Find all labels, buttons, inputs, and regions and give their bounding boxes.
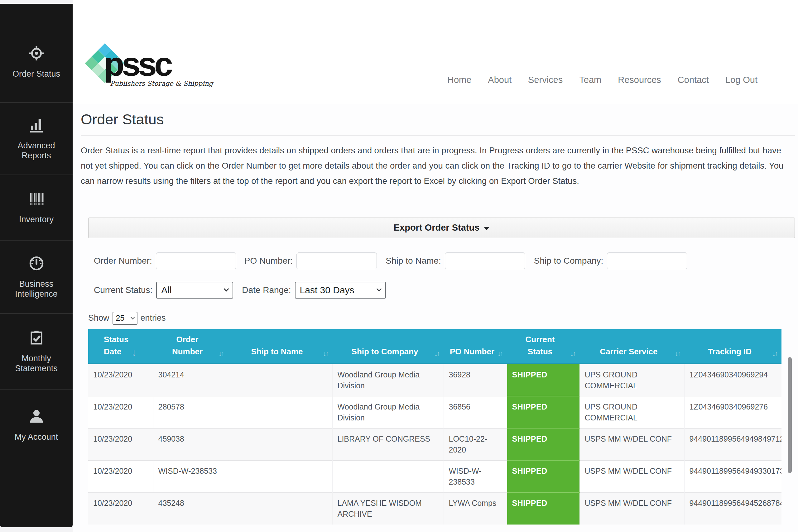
column-header-current-status[interactable]: CurrentStatus↓↑ xyxy=(507,329,580,364)
nav-about[interactable]: About xyxy=(488,75,512,85)
sidebar-item-label: Order Status xyxy=(13,69,60,79)
cell-ship-to-name xyxy=(228,492,332,525)
column-header-status-date[interactable]: StatusDate↓ xyxy=(88,329,153,364)
status-badge: SHIPPED xyxy=(512,499,547,507)
sort-both-icon: ↓↑ xyxy=(772,350,777,358)
cell-carrier-service: USPS MM W/DEL CONF xyxy=(580,428,684,460)
column-header-po-number[interactable]: PO Number↓↑ xyxy=(443,329,507,364)
column-header-order-number[interactable]: OrderNumber↓↑ xyxy=(153,329,228,364)
cell-ship-to-company xyxy=(332,460,443,492)
cell-carrier-service: USPS MM W/DEL CONF xyxy=(580,492,684,525)
cell-order-number[interactable]: WISD-W-238533 xyxy=(153,460,228,492)
date-range-select[interactable]: Last 30 Days xyxy=(295,282,386,299)
sidebar-item-label: MonthlyStatements xyxy=(15,354,58,374)
user-icon xyxy=(28,408,45,425)
sidebar-item-monthly-statements[interactable]: MonthlyStatements xyxy=(0,314,73,390)
sidebar-item-advanced-reports[interactable]: AdvancedReports xyxy=(0,103,73,175)
column-header-ship-to-name[interactable]: Ship to Name↓↑ xyxy=(228,329,332,364)
column-label: Ship to Name xyxy=(232,346,322,358)
nav-log-out[interactable]: Log Out xyxy=(725,75,758,85)
current-status-select[interactable]: All xyxy=(156,282,233,299)
column-header-tracking-id[interactable]: Tracking ID↓↑ xyxy=(684,329,781,364)
cell-po-number: LYWA Comps xyxy=(443,492,507,525)
chevron-down-icon xyxy=(131,316,135,320)
cell-tracking-id[interactable]: 1Z0434690340969276 xyxy=(684,396,781,428)
cell-order-number[interactable]: 280578 xyxy=(153,396,228,428)
cell-tracking-id[interactable]: 9449011899564945268784 xyxy=(684,492,781,525)
ship-to-name-label: Ship to Name: xyxy=(385,256,441,266)
column-label: CurrentStatus xyxy=(511,334,569,358)
cell-po-number: 36928 xyxy=(443,364,507,396)
sidebar-item-business-intelligence[interactable]: BusinessIntelligence xyxy=(0,241,73,314)
cell-current-status: SHIPPED xyxy=(507,492,580,525)
caret-down-icon xyxy=(484,227,489,230)
sort-desc-icon: ↓ xyxy=(132,347,136,358)
title-divider xyxy=(81,135,795,136)
ship-to-name-input[interactable] xyxy=(445,252,525,269)
order-number-label: Order Number: xyxy=(94,256,152,266)
nav-home[interactable]: Home xyxy=(447,75,471,85)
status-badge: SHIPPED xyxy=(512,370,547,379)
content-area: pssc Publishers Storage & Shipping HomeA… xyxy=(73,0,798,532)
ship-to-company-input[interactable] xyxy=(607,252,687,269)
sidebar: Order StatusAdvancedReportsInventoryBusi… xyxy=(0,4,73,527)
table-row: 10/23/2020459038LIBRARY OF CONGRESSLOC10… xyxy=(88,428,781,460)
cell-ship-to-company: LIBRARY OF CONGRESS xyxy=(332,428,443,460)
cell-status-date: 10/23/2020 xyxy=(88,428,153,460)
main: Order Status Order Status is a real-time… xyxy=(73,104,798,525)
cell-carrier-service: UPS GROUND COMMERCIAL xyxy=(580,364,684,396)
column-label: PO Number xyxy=(448,346,496,358)
table-row: 10/23/2020WISD-W-238533WISD-W-238533SHIP… xyxy=(88,460,781,492)
sidebar-item-label: Inventory xyxy=(19,215,54,225)
page-title: Order Status xyxy=(81,111,795,128)
logo-text: pssc xyxy=(104,48,171,81)
cell-po-number: WISD-W-238533 xyxy=(443,460,507,492)
vertical-scrollbar-thumb[interactable] xyxy=(788,357,792,473)
sort-both-icon: ↓↑ xyxy=(434,350,439,358)
ship-to-company-label: Ship to Company: xyxy=(534,256,604,266)
cell-order-number[interactable]: 459038 xyxy=(153,428,228,460)
page-size-select[interactable]: 25 xyxy=(113,312,137,325)
cell-order-number[interactable]: 304214 xyxy=(153,364,228,396)
nav-resources[interactable]: Resources xyxy=(618,75,661,85)
sidebar-item-label: My Account xyxy=(15,432,58,442)
cell-tracking-id[interactable]: 9449011899564949330173 xyxy=(684,460,781,492)
cell-order-number[interactable]: 435248 xyxy=(153,492,228,525)
sort-both-icon: ↓↑ xyxy=(675,350,680,358)
column-header-carrier-service[interactable]: Carrier Service↓↑ xyxy=(580,329,684,364)
entries-label: entries xyxy=(140,313,166,323)
status-badge: SHIPPED xyxy=(512,467,547,475)
sort-both-icon: ↓↑ xyxy=(218,350,224,358)
column-label: OrderNumber xyxy=(157,334,217,358)
cell-tracking-id[interactable]: 1Z0434690340969294 xyxy=(684,364,781,396)
order-number-input[interactable] xyxy=(156,252,236,269)
nav-team[interactable]: Team xyxy=(579,75,601,85)
sidebar-item-order-status[interactable]: Order Status xyxy=(0,4,73,103)
current-status-label: Current Status: xyxy=(94,285,152,295)
po-number-label: PO Number: xyxy=(244,256,293,266)
logo-tagline: Publishers Storage & Shipping xyxy=(110,80,213,87)
status-badge: SHIPPED xyxy=(512,402,547,411)
order-status-table: StatusDate↓OrderNumber↓↑Ship to Name↓↑Sh… xyxy=(88,329,781,525)
top-nav: HomeAboutServicesTeamResourcesContactLog… xyxy=(447,75,758,85)
show-label: Show xyxy=(88,313,109,323)
cell-ship-to-company: Woodland Group Media Division xyxy=(332,364,443,396)
sidebar-item-inventory[interactable]: Inventory xyxy=(0,175,73,241)
po-number-input[interactable] xyxy=(297,252,377,269)
column-header-ship-to-company[interactable]: Ship to Company↓↑ xyxy=(332,329,443,364)
export-order-status-button[interactable]: Export Order Status xyxy=(88,217,795,238)
nav-services[interactable]: Services xyxy=(528,75,563,85)
filter-row-text: Order Number: PO Number: Ship to Name: S… xyxy=(88,252,795,269)
sort-both-icon: ↓↑ xyxy=(570,350,575,358)
clipboard-check-icon xyxy=(28,329,45,346)
column-label: Ship to Company xyxy=(337,346,433,358)
cell-po-number: 36856 xyxy=(443,396,507,428)
cell-tracking-id[interactable]: 9449011899564949849712 xyxy=(684,428,781,460)
date-range-value: Last 30 Days xyxy=(300,285,355,296)
sidebar-item-label: BusinessIntelligence xyxy=(15,279,58,299)
sidebar-item-my-account[interactable]: My Account xyxy=(0,390,73,460)
nav-contact[interactable]: Contact xyxy=(678,75,709,85)
pssc-logo[interactable]: pssc Publishers Storage & Shipping xyxy=(81,44,206,103)
column-label: Tracking ID xyxy=(689,346,771,358)
cell-ship-to-company: LAMA YESHE WISDOM ARCHIVE xyxy=(332,492,443,525)
